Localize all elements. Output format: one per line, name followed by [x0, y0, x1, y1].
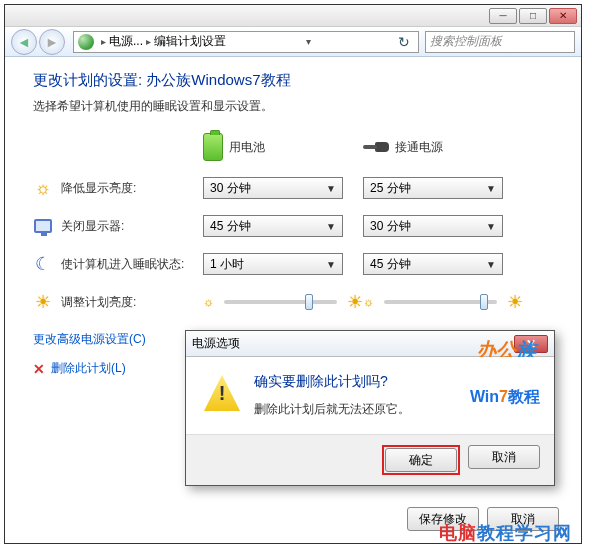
brightness-ac-slider[interactable]: ☼ ☀ — [363, 291, 523, 313]
control-panel-icon — [78, 34, 94, 50]
watermark-text: 电脑 — [439, 523, 477, 543]
nav-forward-button[interactable]: ► — [39, 29, 65, 55]
refresh-icon[interactable]: ↻ — [394, 34, 414, 50]
watermark-win7: Win7教程 — [470, 387, 540, 408]
dim-ac-value: 25 分钟 — [370, 180, 411, 197]
sleep-row: ☾ 使计算机进入睡眠状态: — [33, 254, 203, 274]
sun-dim-icon: ☼ — [33, 178, 53, 198]
chevron-down-icon: ▼ — [486, 183, 496, 194]
watermark-text: Win — [470, 388, 499, 405]
sun-small-icon: ☼ — [203, 295, 214, 309]
delete-x-icon: ✕ — [33, 361, 45, 377]
dim-display-label: 降低显示亮度: — [61, 180, 136, 197]
dim-battery-value: 30 分钟 — [210, 180, 251, 197]
dialog-question: 确实要删除此计划吗? — [254, 373, 410, 391]
watermark-text: 7 — [499, 388, 508, 405]
chevron-down-icon: ▼ — [326, 259, 336, 270]
slider-track[interactable] — [384, 300, 497, 304]
on-battery-label: 用电池 — [229, 139, 265, 156]
monitor-icon — [33, 216, 53, 236]
address-bar[interactable]: ▸ 电源... ▸ 编辑计划设置 ▾ ↻ — [73, 31, 419, 53]
dropdown-chevron-icon[interactable]: ▾ — [306, 36, 311, 47]
dialog-footer: 确定 取消 — [186, 434, 554, 485]
maximize-button[interactable]: □ — [519, 8, 547, 24]
off-battery-dropdown[interactable]: 45 分钟 ▼ — [203, 215, 343, 237]
dialog-message: 删除此计划后就无法还原它。 — [254, 401, 410, 418]
off-ac-dropdown[interactable]: 30 分钟 ▼ — [363, 215, 503, 237]
brightness-label: 调整计划亮度: — [61, 294, 136, 311]
watermark-text: 教程 — [508, 388, 540, 405]
chevron-down-icon: ▼ — [486, 221, 496, 232]
on-battery-header: 用电池 — [203, 133, 363, 161]
chevron-down-icon: ▼ — [326, 183, 336, 194]
confirm-delete-dialog: 电源选项 ✕ 办公族 Officezu.com ! 确实要删除此计划吗? 删除此… — [185, 330, 555, 486]
breadcrumb-item[interactable]: 编辑计划设置 — [154, 33, 226, 50]
chevron-right-icon: ▸ — [101, 36, 106, 47]
sleep-ac-value: 45 分钟 — [370, 256, 411, 273]
brightness-battery-slider[interactable]: ☼ ☀ — [203, 291, 363, 313]
plugged-in-header: 接通电源 — [363, 139, 523, 156]
dialog-title: 电源选项 — [192, 335, 240, 352]
sun-large-icon: ☀ — [507, 291, 523, 313]
plugged-in-label: 接通电源 — [395, 139, 443, 156]
breadcrumb-item[interactable]: 电源... — [109, 33, 143, 50]
window-close-button[interactable]: ✕ — [549, 8, 577, 24]
dim-battery-dropdown[interactable]: 30 分钟 ▼ — [203, 177, 343, 199]
warning-icon: ! — [204, 375, 240, 411]
nav-back-button[interactable]: ◄ — [11, 29, 37, 55]
search-placeholder: 搜索控制面板 — [430, 33, 502, 50]
ok-highlight: 确定 — [382, 445, 460, 475]
battery-icon — [203, 133, 223, 161]
minimize-button[interactable]: ─ — [489, 8, 517, 24]
off-ac-value: 30 分钟 — [370, 218, 411, 235]
sleep-ac-dropdown[interactable]: 45 分钟 ▼ — [363, 253, 503, 275]
dim-ac-dropdown[interactable]: 25 分钟 ▼ — [363, 177, 503, 199]
sleep-battery-value: 1 小时 — [210, 256, 244, 273]
power-settings-grid: 用电池 接通电源 ☼ 降低显示亮度: 30 分钟 ▼ 25 分钟 ▼ 关闭显示器… — [33, 133, 553, 313]
turn-off-display-label: 关闭显示器: — [61, 218, 124, 235]
page-subtitle: 选择希望计算机使用的睡眠设置和显示设置。 — [33, 98, 553, 115]
page-watermark: 电脑教程学习网 — [439, 521, 572, 545]
dialog-body: ! 确实要删除此计划吗? 删除此计划后就无法还原它。 Win7教程 — [186, 357, 554, 434]
delete-plan-label: 删除此计划(L) — [51, 360, 126, 377]
watermark-text: 教程学习网 — [477, 523, 572, 543]
dialog-text: 确实要删除此计划吗? 删除此计划后就无法还原它。 — [254, 373, 410, 418]
search-input[interactable]: 搜索控制面板 — [425, 31, 575, 53]
slider-thumb[interactable] — [480, 294, 488, 310]
sun-icon: ☀ — [33, 292, 53, 312]
chevron-down-icon: ▼ — [486, 259, 496, 270]
off-battery-value: 45 分钟 — [210, 218, 251, 235]
sun-large-icon: ☀ — [347, 291, 363, 313]
turn-off-display-row: 关闭显示器: — [33, 216, 203, 236]
navigation-toolbar: ◄ ► ▸ 电源... ▸ 编辑计划设置 ▾ ↻ 搜索控制面板 — [5, 27, 581, 57]
page-title: 更改计划的设置: 办公族Windows7教程 — [33, 71, 553, 90]
dialog-cancel-button[interactable]: 取消 — [468, 445, 540, 469]
brightness-row: ☀ 调整计划亮度: — [33, 292, 203, 312]
chevron-down-icon: ▼ — [326, 221, 336, 232]
titlebar: ─ □ ✕ — [5, 5, 581, 27]
plug-icon — [363, 140, 389, 154]
slider-thumb[interactable] — [305, 294, 313, 310]
chevron-right-icon: ▸ — [146, 36, 151, 47]
sun-small-icon: ☼ — [363, 295, 374, 309]
slider-track[interactable] — [224, 300, 337, 304]
ok-button[interactable]: 确定 — [385, 448, 457, 472]
moon-icon: ☾ — [33, 254, 53, 274]
dim-display-row: ☼ 降低显示亮度: — [33, 178, 203, 198]
sleep-label: 使计算机进入睡眠状态: — [61, 256, 184, 273]
sleep-battery-dropdown[interactable]: 1 小时 ▼ — [203, 253, 343, 275]
